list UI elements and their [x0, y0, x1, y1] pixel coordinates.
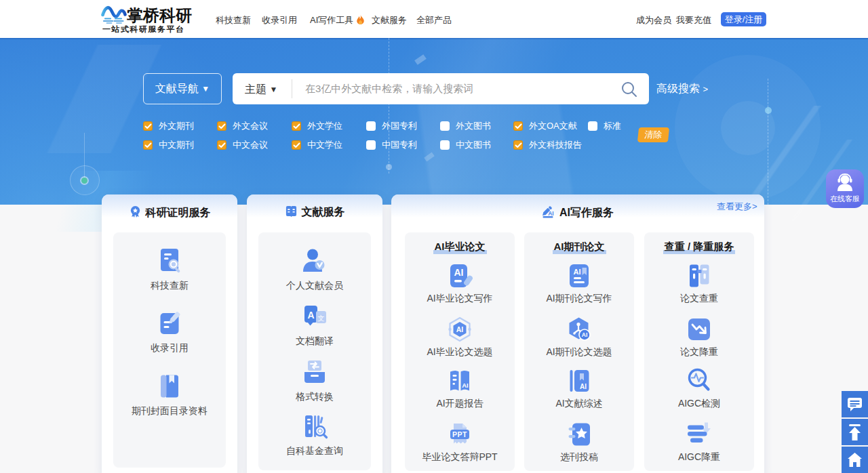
- svg-text:AI: AI: [580, 383, 587, 390]
- svg-text:AI: AI: [548, 210, 554, 217]
- svg-text:AI: AI: [582, 331, 588, 338]
- svg-text:AI: AI: [574, 268, 581, 276]
- svg-text:AI: AI: [454, 267, 464, 278]
- svg-text:AI: AI: [456, 325, 464, 333]
- svg-text:PPT: PPT: [452, 430, 467, 438]
- svg-text:文: 文: [318, 314, 325, 322]
- svg-text:A: A: [307, 310, 314, 321]
- svg-text:AI: AI: [462, 382, 469, 389]
